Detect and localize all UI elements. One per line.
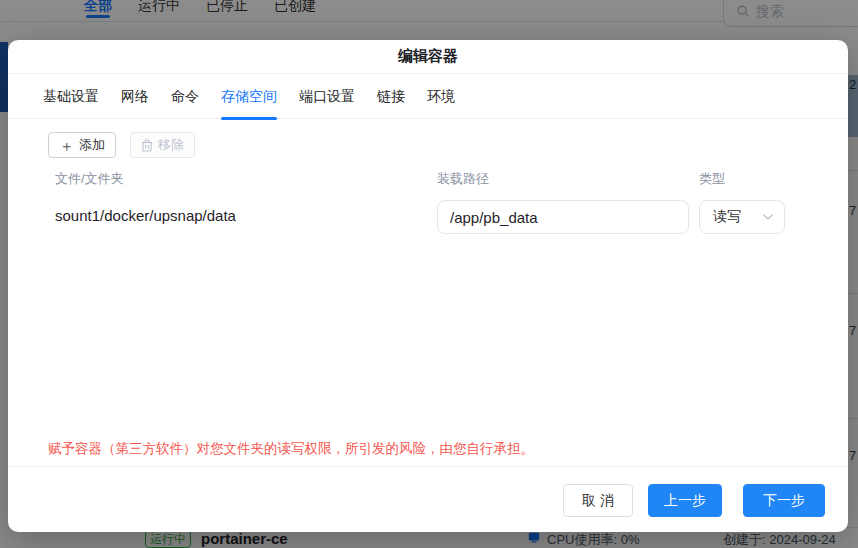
tab-network[interactable]: 网络 [121, 74, 149, 119]
trash-icon [141, 139, 153, 152]
add-button-label: 添加 [79, 136, 105, 154]
tab-environment[interactable]: 环境 [427, 74, 455, 119]
edit-container-modal: 编辑容器 基础设置 网络 命令 存储空间 端口设置 链接 环境 ＋ 添加 移除 … [8, 40, 848, 532]
storage-toolbar: ＋ 添加 移除 [48, 132, 195, 158]
column-header-mount-path: 装载路径 [437, 170, 489, 188]
tab-port-settings[interactable]: 端口设置 [299, 74, 355, 119]
tab-links[interactable]: 链接 [377, 74, 405, 119]
cancel-button[interactable]: 取 消 [563, 484, 633, 517]
remove-button[interactable]: 移除 [130, 132, 195, 158]
remove-button-label: 移除 [158, 136, 184, 154]
modal-title: 编辑容器 [8, 40, 848, 74]
next-step-button[interactable]: 下一步 [743, 484, 825, 517]
access-mode-select[interactable]: 读写 [699, 200, 785, 234]
chevron-down-icon [762, 213, 774, 221]
tab-basic-settings[interactable]: 基础设置 [43, 74, 99, 119]
permission-warning-text: 赋予容器（第三方软件）对您文件夹的读写权限，所引发的风险，由您自行承担。 [48, 440, 534, 458]
modal-tab-bar: 基础设置 网络 命令 存储空间 端口设置 链接 环境 [8, 74, 848, 119]
divider [8, 466, 848, 467]
add-button[interactable]: ＋ 添加 [48, 132, 116, 158]
column-header-type: 类型 [699, 170, 725, 188]
tab-storage[interactable]: 存储空间 [221, 74, 277, 119]
mount-path-input[interactable] [437, 200, 689, 234]
previous-step-button[interactable]: 上一步 [648, 484, 722, 517]
volume-row: sount1/docker/upsnap/data 读写 [8, 200, 848, 234]
plus-icon: ＋ [59, 138, 74, 153]
column-header-file: 文件/文件夹 [55, 170, 124, 188]
volume-source-path: sount1/docker/upsnap/data [55, 207, 236, 224]
access-mode-value: 读写 [713, 208, 762, 226]
tab-command[interactable]: 命令 [171, 74, 199, 119]
